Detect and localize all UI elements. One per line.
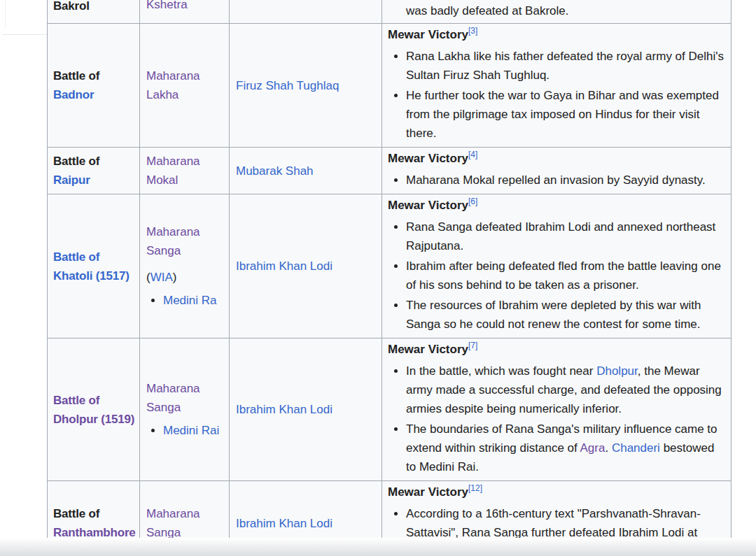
link-maharana-sanga[interactable]: Maharana Sanga	[146, 225, 200, 257]
result-details-list: Rana Sanga defeated Ibrahim Lodi and ann…	[388, 218, 724, 334]
link-firuz-shah-tughlaq[interactable]: Firuz Shah Tughlaq	[236, 79, 339, 92]
text-according-to-a-16th-century-te: According to a 16th-century text "Parshv…	[406, 507, 701, 539]
reference-link-3[interactable]: [3]	[468, 26, 477, 36]
link-kshetra[interactable]: Kshetra	[146, 0, 188, 11]
battle-name: Bakrol	[53, 0, 138, 15]
text-he-further-took-the-war-to-gay: He further took the war to Gaya in Bihar…	[406, 89, 719, 140]
result-cell: Mewar Victory[3]Rana Lakha like his fath…	[382, 24, 732, 148]
link-ibrahim-khan-lodi[interactable]: Ibrahim Khan Lodi	[236, 403, 332, 416]
bold-text-mewar-victory: Mewar Victory	[388, 28, 468, 41]
text-rana-sanga-defeated-ibrahim-lo: Rana Sanga defeated Ibrahim Lodi and ann…	[406, 220, 715, 252]
text-maharana-mokal-repelled-an-inv: Maharana Mokal repelled an invasion by S…	[406, 173, 706, 187]
battle-name: Battle of Ranthambhore	[53, 504, 138, 542]
result-cell: Mewar Victory[6]Rana Sanga defeated Ibra…	[382, 194, 732, 338]
battle-cell: Battle of Badnor	[48, 24, 140, 148]
reference-sup: [6]	[468, 197, 477, 206]
reference-link-12[interactable]: [12]	[468, 483, 482, 493]
text-ibrahim-after-being-defeated-f: Ibrahim after being defeated fled from t…	[406, 259, 721, 292]
opponent-cell: Ibrahim Khan Lodi	[230, 338, 382, 481]
result-detail-item: Maharana Mokal repelled an invasion by S…	[406, 171, 724, 190]
bold-text-mewar-victory: Mewar Victory	[388, 343, 468, 356]
result-details-list: Maharana Mokal repelled an invasion by S…	[388, 171, 724, 190]
link-chanderi[interactable]: Chanderi	[612, 441, 660, 455]
link-maharana-sanga[interactable]: Maharana Sanga	[146, 507, 200, 539]
link-battle-of-khatoli-1517[interactable]: Battle of Khatoli (1517)	[53, 250, 130, 283]
link-battle-of-dholpur-1519[interactable]: Battle of Dholpur (1519)	[53, 394, 134, 426]
commander-cell: Kshetra	[140, 0, 230, 24]
opponent-name: Ibrahim Khan Lodi	[236, 257, 376, 276]
bold-text-mewar-victory: Mewar Victory	[388, 199, 468, 212]
commander-sublist-item: Medini Rai	[163, 421, 223, 440]
reference-link-6[interactable]: [6]	[468, 197, 477, 206]
battle-name: Battle of Raipur	[53, 152, 138, 190]
text-rana-lakha-like-his-father-def: Rana Lakha like his father defeated the …	[406, 50, 724, 82]
result-details-list: Rana Lakha like his father defeated the …	[388, 47, 724, 143]
opponent-name: Firuz Shah Tughlaq	[236, 76, 376, 95]
bold-text-battle-of: Battle of	[53, 507, 99, 520]
commander-name: Kshetra	[146, 0, 223, 14]
bold-text-mewar-victory: Mewar Victory	[388, 485, 468, 499]
opponent-cell: Ibrahim Khan Lodi	[230, 194, 382, 338]
result-verdict: Mewar Victory[12]	[388, 483, 724, 501]
bold-text-bakrol: Bakrol	[53, 0, 90, 13]
battles-table-body: BakrolKshetrawas badly defeated at Bakro…	[48, 0, 732, 556]
battle-cell: Battle of Khatoli (1517)	[48, 194, 140, 338]
link-medini-rai[interactable]: Medini Rai	[163, 424, 219, 437]
battle-name: Battle of Khatoli (1517)	[53, 248, 138, 285]
opponent-name: Mubarak Shah	[236, 162, 376, 180]
result-details-list: In the battle, which was fought near Dho…	[388, 362, 724, 476]
bold-text-battle-of: Battle of	[53, 69, 99, 83]
reference-link-7[interactable]: [7]	[468, 341, 477, 350]
row-bakrol-partial: BakrolKshetrawas badly defeated at Bakro…	[48, 0, 732, 24]
result-detail-item: The resources of Ibrahim were depleted b…	[406, 296, 724, 334]
result-detail-item: He further took the war to Gaya in Bihar…	[406, 86, 724, 143]
opponent-name: Ibrahim Khan Lodi	[236, 400, 376, 419]
commander-cell: Maharana SangaMedini Rai	[140, 338, 230, 481]
text-the-resources-of-ibrahim-were-: The resources of Ibrahim were depleted b…	[406, 299, 701, 331]
result-verdict: Mewar Victory[7]	[388, 340, 724, 359]
row-battle-of-dholpur-1519: Battle of Dholpur (1519)Maharana SangaMe…	[48, 338, 732, 481]
battle-name: Battle of Dholpur (1519)	[53, 391, 138, 429]
commander-sublist: Medini Ra	[146, 291, 223, 310]
commander-name: Maharana Sanga	[146, 222, 223, 260]
result-detail-item: Rana Lakha like his father defeated the …	[406, 47, 724, 85]
result-verdict: Mewar Victory[3]	[388, 25, 724, 44]
link-dholpur[interactable]: Dholpur	[596, 364, 638, 378]
sidebar-edge-line	[5, 0, 6, 29]
result-detail-item: The boundaries of Rana Sanga's military …	[406, 420, 724, 476]
reference-sup: [3]	[468, 26, 477, 36]
result-cell: Mewar Victory[4]Maharana Mokal repelled …	[382, 148, 732, 194]
link-maharana-mokal[interactable]: Maharana Mokal	[146, 155, 200, 187]
battle-name: Battle of Badnor	[53, 66, 138, 104]
battle-cell: Battle of Raipur	[48, 148, 140, 194]
link-medini-ra[interactable]: Medini Ra	[163, 294, 217, 307]
link-maharana-lakha[interactable]: Maharana Lakha	[146, 69, 200, 101]
commander-name: Maharana Sanga	[146, 379, 223, 417]
result-detail-item: Rana Sanga defeated Ibrahim Lodi and ann…	[406, 218, 724, 255]
row-battle-of-badnor: Battle of BadnorMaharana LakhaFiruz Shah…	[48, 24, 732, 148]
link-badnor[interactable]: Badnor	[53, 88, 94, 101]
opponent-name: Ibrahim Khan Lodi	[236, 514, 376, 533]
commander-cell: Maharana Sanga(WIA)Medini Ra	[140, 194, 230, 338]
commander-cell: Maharana Mokal	[140, 148, 230, 194]
link-mubarak-shah[interactable]: Mubarak Shah	[236, 164, 314, 178]
row-battle-of-khatoli-1517: Battle of Khatoli (1517)Maharana Sanga(W…	[48, 194, 732, 338]
reference-link-4[interactable]: [4]	[468, 150, 477, 159]
result-cell: was badly defeated at Bakrole.	[382, 0, 732, 24]
mewar-battles-table: BakrolKshetrawas badly defeated at Bakro…	[47, 0, 732, 556]
commander-sublist: Medini Rai	[146, 421, 223, 440]
battle-cell: Battle of Dholpur (1519)	[48, 338, 140, 481]
link-agra[interactable]: Agra	[580, 441, 606, 455]
link-raipur[interactable]: Raipur	[53, 173, 90, 187]
link-ibrahim-khan-lodi[interactable]: Ibrahim Khan Lodi	[236, 259, 332, 273]
link-maharana-sanga[interactable]: Maharana Sanga	[146, 382, 200, 414]
reference-sup: [4]	[468, 150, 477, 159]
commander-name: Maharana Sanga	[146, 504, 223, 542]
commander-name: Maharana Lakha	[146, 66, 223, 104]
text-in-the-battle-which-was-fought: In the battle, which was fought near	[406, 364, 596, 378]
window-bottom-fade	[0, 538, 756, 556]
bold-text-battle-of: Battle of	[53, 155, 99, 168]
link-wia[interactable]: WIA	[150, 271, 173, 284]
link-ibrahim-khan-lodi[interactable]: Ibrahim Khan Lodi	[236, 517, 332, 530]
result-detail-item: Ibrahim after being defeated fled from t…	[406, 257, 724, 294]
